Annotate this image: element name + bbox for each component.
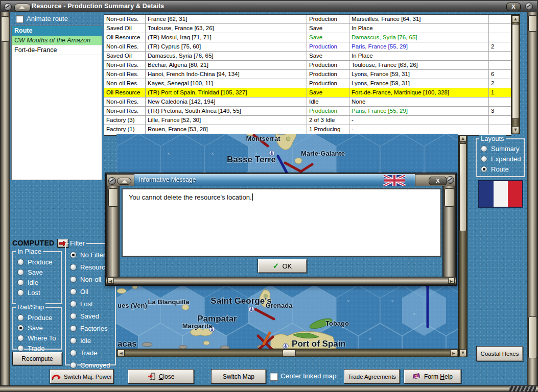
cell-destination: Paris, France [55, 29]	[349, 107, 489, 115]
cell-count: 1	[489, 88, 510, 97]
scroll-right-icon[interactable]: ►	[448, 278, 455, 284]
scroll-left-icon[interactable]: ◄	[118, 350, 125, 356]
production-table: Non-oil Res.France [62, 31]ProductionMar…	[104, 14, 511, 136]
table-row[interactable]: Non-oil Res.(TR) Cyprus [75, 60]Producti…	[104, 42, 511, 52]
ok-label: OK	[282, 262, 292, 270]
rail-thumb[interactable]	[445, 188, 454, 207]
resize-grip[interactable]	[509, 386, 536, 391]
ok-button[interactable]: ✓ OK	[258, 259, 307, 273]
scroll-down-icon[interactable]: ▼	[459, 349, 466, 356]
table-row[interactable]: Factory (3)Lille, France [52, 30]2 of 3 …	[104, 116, 511, 125]
radio-lost[interactable]: Lost	[17, 289, 61, 297]
rail-thumb[interactable]	[528, 316, 537, 358]
radio-saved[interactable]: Saved	[70, 312, 115, 320]
dialog-close-icon[interactable]: X	[429, 177, 447, 185]
radio-button-icon	[70, 313, 77, 320]
radio-produce[interactable]: Produce	[17, 258, 61, 266]
form-help-button[interactable]: ? Form Help	[404, 369, 461, 384]
radio-where-to[interactable]: Where To	[17, 334, 61, 342]
radio-button-icon	[17, 289, 24, 296]
map-horizontal-scrollbar[interactable]: ◄ ►	[116, 349, 458, 357]
radio-label: Factories	[80, 325, 107, 332]
scroll-left-icon[interactable]: ◄	[107, 278, 114, 284]
center-linked-map-checkbox[interactable]	[270, 373, 278, 381]
close-window-icon[interactable]: X	[506, 3, 521, 11]
map-vertical-scrollbar[interactable]: ▲ ▼	[458, 134, 467, 357]
radio-produce[interactable]: Produce	[17, 314, 61, 322]
dialog-body: You cannot delete the resource's locatio…	[106, 186, 456, 277]
radio-label: Oil	[80, 288, 88, 296]
cell-location: Rouen, France [53, 28]	[146, 125, 307, 134]
radio-expanded[interactable]: Expanded	[481, 155, 524, 163]
rail-thumb[interactable]	[108, 188, 118, 207]
radio-label: Produce	[28, 258, 52, 266]
cell-location: New Caledonia [142, 194]	[146, 97, 307, 106]
cell-type: Saved Oil	[104, 24, 146, 33]
table-row[interactable]: Non-oil Res.(TR) Pretoria, South Africa …	[104, 107, 511, 116]
radio-save[interactable]: Save	[17, 324, 61, 332]
radio-save[interactable]: Save	[17, 268, 61, 276]
scrollbar-thumb[interactable]	[283, 350, 296, 356]
radio-button-icon	[70, 325, 77, 332]
radio-button-icon	[17, 279, 24, 286]
table-row[interactable]: Factory (1)Rouen, France [53, 28]1 Produ…	[104, 125, 511, 134]
scrollbar-thumb[interactable]	[459, 143, 466, 231]
table-row[interactable]: Saved OilDamascus, Syria [76, 65]SaveIn …	[104, 52, 511, 61]
radio-route[interactable]: Route	[481, 165, 524, 173]
table-row[interactable]: Saved OilToulouse, France [63, 26]SaveIn…	[104, 24, 511, 33]
close-button[interactable]: Close	[128, 369, 194, 384]
dialog-message-box[interactable]: You cannot delete the resource's locatio…	[122, 188, 441, 257]
table-row[interactable]: Non-oil Res.New Caledonia [142, 194]Idle…	[104, 97, 511, 107]
animate-route-checkbox[interactable]	[16, 15, 24, 23]
radio-oil[interactable]: Oil	[70, 288, 115, 296]
text-caret	[252, 193, 253, 201]
scroll-down-icon[interactable]: ▼	[512, 126, 519, 133]
window-menu-button[interactable]	[14, 4, 31, 12]
left-window-rail	[0, 12, 10, 385]
radio-idle[interactable]: Idle	[17, 279, 61, 286]
cell-type: Non-oil Res.	[104, 107, 146, 115]
scroll-up-icon[interactable]: ▲	[459, 135, 466, 142]
dialog-titlebar: Informative Message X	[106, 174, 456, 187]
radio-summary[interactable]: Summary	[481, 145, 524, 153]
cell-location: Toulouse, France [63, 26]	[146, 24, 307, 33]
table-vertical-scrollbar[interactable]: ▲ ▼	[511, 14, 520, 134]
rail-thumb[interactable]	[528, 15, 537, 32]
radio-trade[interactable]: Trade	[70, 349, 115, 357]
trade-agreements-button[interactable]: Trade Agreements	[344, 369, 400, 384]
radio-idle[interactable]: Idle	[70, 337, 115, 345]
radio-convoyed[interactable]: Convoyed	[70, 361, 115, 369]
dialog-menu-button[interactable]	[117, 178, 131, 185]
scroll-right-icon[interactable]: ►	[450, 350, 457, 356]
cell-status: Production	[307, 42, 349, 51]
coastal-hexes-button[interactable]: Coastal Hexes	[476, 346, 523, 361]
table-row[interactable]: Oil Resource(TR) Mosul, Iraq [71, 71]Sav…	[104, 33, 511, 42]
cell-type: Non-oil Res.	[104, 97, 146, 106]
route-list-item[interactable]: CW Mouths of the Amazon	[12, 36, 102, 45]
scroll-up-icon[interactable]: ▲	[512, 15, 519, 22]
table-row[interactable]: Non-oil Res.Kayes, Senegal [100, 11]Prod…	[104, 79, 511, 88]
scrollbar-thumb[interactable]	[512, 24, 519, 119]
cell-type: Non-oil Res.	[104, 15, 146, 23]
rail-thumb[interactable]	[1, 16, 9, 42]
radio-label: Summary	[491, 145, 520, 153]
table-row[interactable]: Oil Resource(TR) Port of Spain, Trinidad…	[104, 88, 511, 97]
radio-lost[interactable]: Lost	[70, 300, 115, 308]
radio-factories[interactable]: Factories	[70, 325, 115, 332]
table-row[interactable]: Non-oil Res.France [62, 31]ProductionMar…	[104, 15, 511, 24]
route-list-item[interactable]: Fort-de-France	[12, 45, 102, 55]
radio-button-icon	[70, 252, 77, 258]
radio-trade[interactable]: Trade	[17, 345, 61, 352]
screw-icon	[108, 177, 116, 185]
switch-map-button[interactable]: Switch Map	[211, 369, 266, 384]
dialog-titlebar-right-cap: X	[415, 174, 456, 186]
layouts-group: Layouts SummaryExpandedRoute	[476, 138, 525, 177]
route-listbox[interactable]: Route CW Mouths of the AmazonFort-de-Fra…	[11, 26, 102, 180]
dialog-title: Informative Message	[139, 176, 196, 183]
map-label: Marie-Galante	[301, 150, 345, 157]
table-row[interactable]: Non-oil Res.Hanoi, French Indo-China [94…	[104, 70, 511, 79]
recompute-button[interactable]: Recompute	[12, 352, 62, 365]
radio-label: Saved	[80, 312, 99, 320]
switch-major-power-button[interactable]: Switch Maj. Power	[50, 369, 114, 384]
table-row[interactable]: Non-oil Res.Béchar, Algeria [80, 21]Prod…	[104, 61, 511, 70]
